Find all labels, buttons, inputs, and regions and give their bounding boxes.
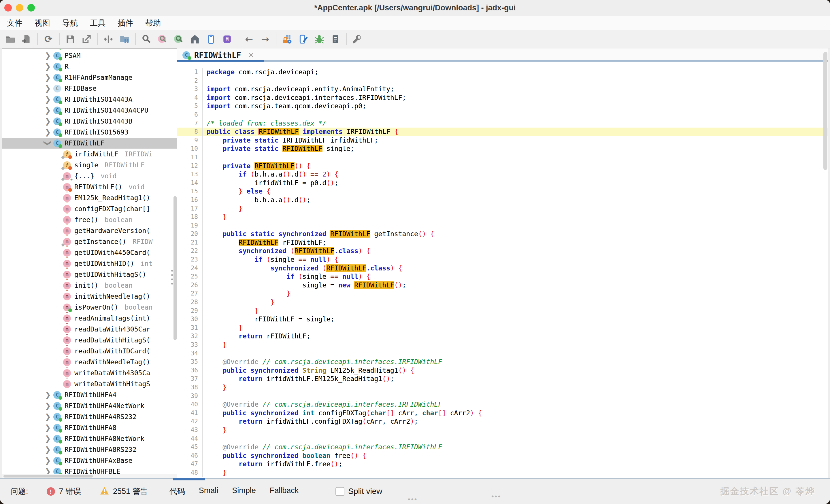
tree-item-getinstance[interactable]: mˆgetInstance()RFIDW	[2, 236, 177, 247]
search-text-button[interactable]	[141, 33, 152, 45]
panel-splitter-handle[interactable]	[171, 267, 174, 287]
tree-item-rfidwithuhfa4rs232[interactable]: ❯CRFIDWithUHFA4RS232	[2, 411, 177, 422]
tree-item-rfidwithiso14443a[interactable]: ❯CRFIDWithISO14443A	[2, 94, 177, 105]
code-line-25[interactable]: 25 if (single == null) {	[177, 272, 828, 281]
add-files-button[interactable]	[21, 33, 32, 45]
open-main-button[interactable]	[189, 33, 200, 45]
code-line-10[interactable]: 10 private static RFIDWithLF single;	[177, 144, 828, 153]
tree-item-getuidwith4450card[interactable]: mˆgetUIDWith4450Card(	[2, 247, 177, 258]
chevron-right-icon[interactable]: ❯	[45, 48, 51, 49]
chevron-right-icon[interactable]: ❯	[45, 84, 51, 93]
debugger-button[interactable]	[314, 33, 325, 45]
chevron-right-icon[interactable]: ❯	[45, 391, 51, 399]
code-line-11[interactable]: 11	[177, 153, 828, 162]
tree-item-irfidwithlf[interactable]: firfidWithLFIRFIDWi	[2, 148, 177, 160]
editor-vertical-scrollbar[interactable]	[823, 51, 827, 476]
tree-item-rfidwithlf[interactable]: mRFIDWithLF()void	[2, 181, 177, 192]
tree-vertical-scrollbar[interactable]	[173, 49, 177, 474]
split-view-checkbox[interactable]	[336, 487, 344, 496]
code-line-2[interactable]: 2	[177, 77, 828, 85]
code-line-3[interactable]: 3import com.rscja.deviceapi.entity.Anima…	[177, 85, 828, 94]
rename-button[interactable]	[297, 33, 309, 45]
code-line-31[interactable]: 31 }	[177, 324, 828, 332]
code-line-9[interactable]: 9 private static IRFIDWithLF irfidWithLF…	[177, 136, 828, 145]
chevron-down-icon[interactable]: ❯	[43, 140, 52, 146]
code-line-4[interactable]: 4import com.rscja.deviceapi.interfaces.I…	[177, 94, 828, 102]
nav-forward-button[interactable]: →	[259, 33, 271, 45]
code-line-41[interactable]: 41 public synchronized int configFDXTag(…	[177, 409, 828, 417]
sync-button[interactable]	[103, 33, 114, 45]
chevron-right-icon[interactable]: ❯	[45, 62, 51, 71]
mappings-button[interactable]: M	[221, 33, 233, 45]
chevron-right-icon[interactable]: ❯	[45, 401, 51, 410]
tab-rfidwithlf[interactable]: C RFIDWithLF ×	[179, 49, 257, 61]
export-button[interactable]	[81, 33, 92, 45]
menu-item[interactable]: 文件	[1, 18, 29, 28]
tree-item-writedatawithhitags[interactable]: mˆwriteDataWithHitagS	[2, 378, 177, 390]
tree-item-readwithneedletag[interactable]: mˆreadWithNeedleTag()	[2, 357, 177, 368]
tree-item-single[interactable]: fsingleRFIDWithLF	[2, 160, 177, 170]
code-line-40[interactable]: 40 @Override // com.rscja.deviceapi.inte…	[177, 400, 828, 409]
code-line-14[interactable]: 14 irfidWithLF = p0.d();	[177, 179, 828, 188]
code-line-42[interactable]: 42 return irfidWithLF.configFDXTag(cArr,…	[177, 417, 828, 426]
tree-item-rfidwithuhfa4network[interactable]: ❯CRFIDWithUHFA4NetWork	[2, 400, 177, 411]
tree-item-free[interactable]: mˆfree()boolean	[2, 214, 177, 225]
code-line-34[interactable]: 34	[177, 349, 828, 358]
code-line-28[interactable]: 28 }	[177, 298, 828, 307]
code-line-5[interactable]: 5import com.rscja.team.qcom.deviceapi.p0…	[177, 102, 828, 110]
menu-item[interactable]: 导航	[56, 18, 84, 28]
tree-item-rfidwithiso14443a4cpu[interactable]: ❯CRFIDWithISO14443A4CPU	[2, 105, 177, 116]
menu-item[interactable]: 工具	[84, 18, 111, 28]
tab-close-icon[interactable]: ×	[249, 51, 254, 59]
flat-packages-button[interactable]	[119, 33, 130, 45]
chevron-right-icon[interactable]: ❯	[45, 73, 51, 82]
code-line-35[interactable]: 35 @Override // com.rscja.deviceapi.inte…	[177, 358, 828, 366]
tree-item-rfidwithuhfa4[interactable]: ❯CRFIDWithUHFA4	[2, 390, 177, 400]
code-view[interactable]: 1package com.rscja.deviceapi;23import co…	[177, 62, 828, 479]
code-line-12[interactable]: 12 private RFIDWithLF() {	[177, 162, 828, 170]
bottom-tab-代码[interactable]: 代码	[163, 486, 192, 497]
save-all-button[interactable]	[65, 33, 76, 45]
tree-item-getuidwithhid[interactable]: mˆgetUIDWithHID()int	[2, 258, 177, 269]
tree-item-readdatawithidcard[interactable]: mˆreadDataWithIDCard(	[2, 346, 177, 357]
tree-item-initwithneedletag[interactable]: mˆinitWithNeedleTag()	[2, 291, 177, 302]
code-line-33[interactable]: 33 }	[177, 341, 828, 349]
code-line-37[interactable]: 37 return irfidWithLF.EM125k_ReadHitag1(…	[177, 375, 828, 383]
tree-item-ispoweron[interactable]: misPowerOn()boolean	[2, 302, 177, 313]
tree-item-rfidwithuhfa8network[interactable]: ❯CRFIDWithUHFA8NetWork	[2, 433, 177, 444]
code-line-19[interactable]: 19	[177, 222, 828, 230]
chevron-right-icon[interactable]: ❯	[45, 445, 51, 454]
code-line-46[interactable]: 46 public synchronized boolean free() {	[177, 451, 828, 460]
code-line-27[interactable]: 27 }	[177, 290, 828, 298]
code-line-15[interactable]: 15 } else {	[177, 187, 828, 196]
log-viewer-button[interactable]	[330, 33, 341, 45]
tree-item-rfidwithuhfaxbase[interactable]: ❯CRFIDWithUHFAxBase	[2, 455, 177, 466]
code-line-22[interactable]: 22 synchronized (RFIDWithLF.class) {	[177, 247, 828, 256]
code-line-20[interactable]: 20 public static synchronized RFIDWithLF…	[177, 230, 828, 238]
tree-item-r[interactable]: ❯CR	[2, 61, 177, 72]
code-line-1[interactable]: 1package com.rscja.deviceapi;	[177, 68, 828, 77]
bottom-tab-smali[interactable]: Smali	[192, 486, 225, 497]
code-line-45[interactable]: 45 @Override // com.rscja.deviceapi.inte…	[177, 443, 828, 451]
tree-item-rfidwithuhfa8[interactable]: ❯CRFIDWithUHFA8	[2, 422, 177, 433]
code-line-32[interactable]: 32 return rFIDWithLF;	[177, 332, 828, 341]
code-line-6[interactable]: 6	[177, 110, 828, 119]
tree-item-rfidwithuhfa8rs232[interactable]: ❯CRFIDWithUHFA8RS232	[2, 444, 177, 455]
chevron-right-icon[interactable]: ❯	[45, 51, 51, 60]
tree-item-writedatawith4305ca[interactable]: mˆwriteDataWith4305Ca	[2, 368, 177, 378]
tree-item-init[interactable]: mˆinit()boolean	[2, 280, 177, 291]
nav-back-button[interactable]: ←	[243, 33, 255, 45]
tree-item-readdatawithhitags[interactable]: mˆreadDataWithHitagS(	[2, 335, 177, 346]
code-line-18[interactable]: 18 }	[177, 213, 828, 222]
chevron-right-icon[interactable]: ❯	[45, 412, 51, 421]
tree-item-readdatawith4305car[interactable]: mˆreadDataWith4305Car	[2, 324, 177, 335]
code-line-7[interactable]: 7/* loaded from: classes.dex */	[177, 119, 828, 128]
tree-item-item[interactable]: m★{...}void	[2, 170, 177, 181]
chevron-right-icon[interactable]: ❯	[45, 95, 51, 104]
code-line-16[interactable]: 16 b.h.a.a().d();	[177, 196, 828, 204]
code-line-48[interactable]: 48 }	[177, 469, 828, 477]
code-line-43[interactable]: 43 }	[177, 426, 828, 435]
error-count[interactable]: 7 错误	[59, 486, 81, 497]
code-line-30[interactable]: 30 rFIDWithLF = single;	[177, 315, 828, 324]
open-file-button[interactable]	[5, 33, 16, 45]
